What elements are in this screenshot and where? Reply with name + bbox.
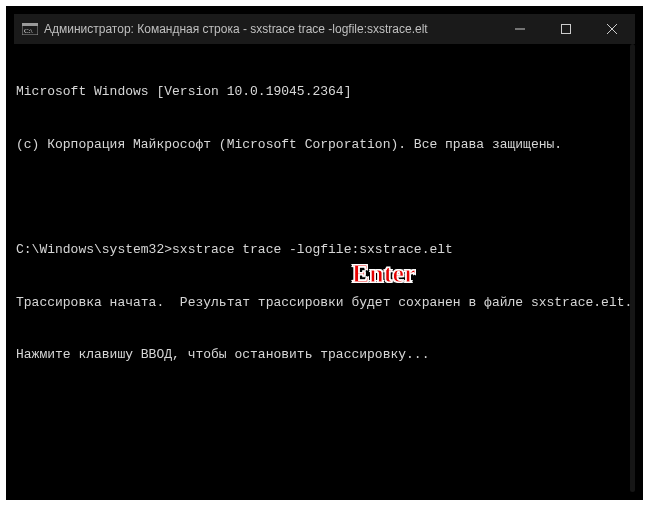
titlebar[interactable]: C:\ Администратор: Командная строка - sx… xyxy=(14,14,635,44)
terminal-area[interactable]: Microsoft Windows [Version 10.0.19045.23… xyxy=(14,44,635,492)
vertical-scrollbar[interactable] xyxy=(630,44,635,492)
cmd-window: C:\ Администратор: Командная строка - sx… xyxy=(14,14,635,492)
window-title: Администратор: Командная строка - sxstra… xyxy=(44,22,497,36)
maximize-button[interactable] xyxy=(543,14,589,44)
svg-rect-4 xyxy=(562,25,571,34)
entered-command: sxstrace trace -logfile:sxstrace.elt xyxy=(172,242,453,257)
prompt-path: C:\Windows\system32> xyxy=(16,242,172,257)
terminal-prompt-line: C:\Windows\system32>sxstrace trace -logf… xyxy=(16,241,633,259)
minimize-button[interactable] xyxy=(497,14,543,44)
terminal-line: Microsoft Windows [Version 10.0.19045.23… xyxy=(16,83,633,101)
terminal-line: (c) Корпорация Майкрософт (Microsoft Cor… xyxy=(16,136,633,154)
terminal-blank-line xyxy=(16,188,633,206)
screenshot-frame: C:\ Администратор: Командная строка - sx… xyxy=(6,6,643,500)
terminal-line: Нажмите клавишу ВВОД, чтобы остановить т… xyxy=(16,346,633,364)
terminal-line: Трассировка начата. Результат трассировк… xyxy=(16,294,633,312)
svg-text:C:\: C:\ xyxy=(24,27,33,35)
close-button[interactable] xyxy=(589,14,635,44)
enter-key-annotation: Enter xyxy=(352,256,416,291)
window-controls xyxy=(497,14,635,44)
svg-rect-1 xyxy=(22,23,38,26)
cmd-icon: C:\ xyxy=(22,22,38,36)
